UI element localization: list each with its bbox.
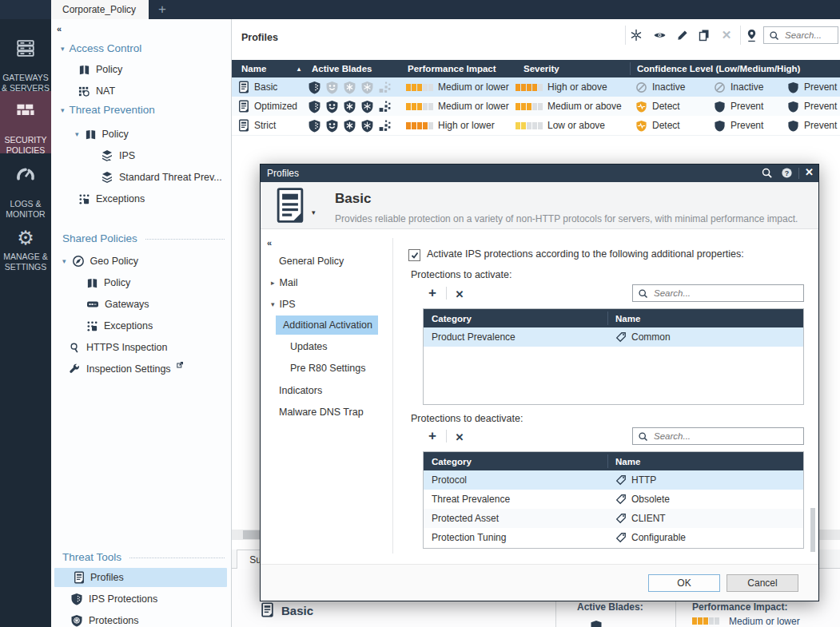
star-new-icon [630,29,643,42]
dialog-profile-name: Basic [335,191,371,207]
table-row-optimized[interactable]: Optimized Medium or lower Medium or abov… [232,97,840,117]
dialog-nav-updates[interactable]: Updates [290,338,328,355]
tree-item-inspection-settings[interactable]: Inspection Settings [69,360,183,378]
protections-shield-icon [70,614,83,627]
table-row-strict[interactable]: Strict High or lower Low or above Detect [232,116,840,136]
tree-section-label: Threat Tools [62,551,121,563]
search-icon [638,288,648,299]
search-input[interactable] [652,288,798,299]
activate-search[interactable] [632,284,804,302]
dialog-close-icon[interactable]: ✕ [805,166,814,178]
column-header-name[interactable]: Name [241,60,266,77]
dialog-nav-malware-dns-trap[interactable]: Malware DNS Trap [279,403,364,421]
confidence-low-cell: Detect [635,97,680,116]
confidence-high-cell: Prevent [787,116,837,135]
profiles-search[interactable] [763,26,838,44]
deactivate-row-threat-prevalence[interactable]: Threat Prevalence Obsolete [424,490,803,510]
remove-activate-protection-button[interactable]: ✕ [450,285,469,303]
deactivate-search[interactable] [632,427,804,445]
collapse-panel-icon[interactable]: « [57,24,62,34]
servers-icon [15,27,36,69]
column-header-confidence[interactable]: Confidence Level (Low/Medium/High) [637,60,800,77]
edit-profile-button[interactable] [671,26,692,45]
column-header-category[interactable]: Category [432,452,472,470]
tree-item-gateways[interactable]: Gateways [86,296,149,313]
dialog-nav-additional-activation[interactable]: Additional Activation [283,316,372,334]
tree-item-label: Inspection Settings [86,363,171,375]
tree-item-ac-policy[interactable]: Policy [78,61,122,78]
tree-section-access-control[interactable]: ▾ Access Control [61,42,141,54]
dialog-nav-pre-r80[interactable]: Pre R80 Settings [290,359,366,377]
confidence-medium-label: Prevent [731,120,763,131]
column-header-category[interactable]: Category [432,309,472,327]
column-header-severity[interactable]: Severity [524,60,559,77]
dialog-nav-indicators[interactable]: Indicators [279,382,322,399]
tree-item-ips-protections[interactable]: IPS Protections [70,590,157,608]
dotted-divider [145,238,225,240]
ok-button[interactable]: OK [648,574,720,592]
tree-item-geo-policy[interactable]: ▾ Geo Policy [62,252,138,270]
dialog-nav-ips[interactable]: ▾IPS [271,296,296,313]
inactive-icon [635,81,647,93]
ips-blade-icon [590,620,603,627]
column-header-name[interactable]: Name [615,452,640,470]
help-icon[interactable]: ? [781,167,793,179]
rail-item-gateways-servers[interactable]: GATEWAYS & SERVERS [0,29,51,91]
table-row-basic[interactable]: Basic Medium or lower High or above Inac… [232,77,840,97]
panel-divider [675,599,676,627]
profile-icon-dropdown-chevron[interactable]: ▾ [312,208,316,216]
search-input[interactable] [783,30,833,41]
performance-bar [692,617,719,625]
view-profile-button[interactable] [649,26,670,45]
dialog-search-icon[interactable] [761,167,773,179]
activate-row-product-prevalence[interactable]: Product Prevalence Common [424,327,803,347]
dialog-vertical-scrollbar[interactable] [810,508,815,552]
column-header-performance[interactable]: Performance Impact [408,60,496,77]
dialog-nav-general-policy[interactable]: General Policy [279,252,344,270]
search-input[interactable] [652,431,798,442]
new-tab-button[interactable]: + [149,0,176,19]
https-inspection-icon [69,342,81,354]
tree-item-geo-exceptions[interactable]: Exceptions [86,317,153,335]
tree-item-tp-standard[interactable]: Standard Threat Prev... [101,169,222,186]
deactivate-row-protection-tuning[interactable]: Protection Tuning Configurable [424,528,803,547]
checkbox-checked[interactable] [408,249,420,261]
collapse-dialog-nav-icon[interactable]: « [267,238,272,248]
tree-item-ac-nat[interactable]: NAT [78,82,115,100]
clone-profile-button[interactable] [694,26,715,45]
add-deactivate-protection-button[interactable]: + [423,427,442,445]
remove-deactivate-protection-button[interactable]: ✕ [450,428,469,446]
prevent-shield-icon [787,101,799,113]
dialog-nav-mail[interactable]: ▸Mail [271,274,297,292]
rail-item-security-policies[interactable]: SECURITY POLICIES [0,91,51,153]
active-blades-cell [308,97,392,116]
new-profile-button[interactable] [625,26,647,45]
tab-corporate-policy[interactable]: Corporate_Policy [51,0,149,19]
severity-cell: Low or above [516,116,605,135]
dialog-profile-description: Provides reliable protection on a variet… [335,213,798,224]
deactivate-row-protected-asset[interactable]: Protected Asset CLIENT [424,509,803,529]
column-header-name[interactable]: Name [615,309,640,327]
tree-item-tp-policy[interactable]: ▾ Policy [75,125,129,143]
where-used-button[interactable] [740,26,762,45]
cancel-button[interactable]: Cancel [727,574,798,592]
delete-profile-button[interactable]: ✕ [716,26,737,45]
tree-item-tp-exceptions[interactable]: Exceptions [78,190,145,208]
deactivate-row-protocol[interactable]: Protocol HTTP [424,470,803,490]
rail-item-logs-monitor[interactable]: LOGS & MONITOR [0,155,51,217]
anti-virus-blade-icon [343,119,356,133]
tree-item-https-inspection[interactable]: HTTPS Inspection [69,339,167,356]
chevron-down-icon: ▾ [61,45,65,53]
tree-item-geo-policy-policy[interactable]: Policy [86,274,130,292]
add-activate-protection-button[interactable]: + [423,284,442,302]
tree-item-protections[interactable]: Protections [70,612,139,627]
tree-item-tp-ips[interactable]: IPS [101,147,135,165]
tree-item-profiles[interactable]: Profiles [74,569,124,586]
rail-item-manage-settings[interactable]: ⚙ MANAGE & SETTINGS [0,219,51,281]
tree-item-label: Policy [102,129,129,140]
confidence-high-cell: Prevent [787,77,837,97]
tree-item-label: IPS [119,150,135,161]
dialog-titlebar[interactable]: Profiles ? ✕ [261,165,818,182]
column-header-active-blades[interactable]: Active Blades [312,60,372,77]
tree-section-threat-prevention[interactable]: ▾ Threat Prevention [61,104,155,116]
